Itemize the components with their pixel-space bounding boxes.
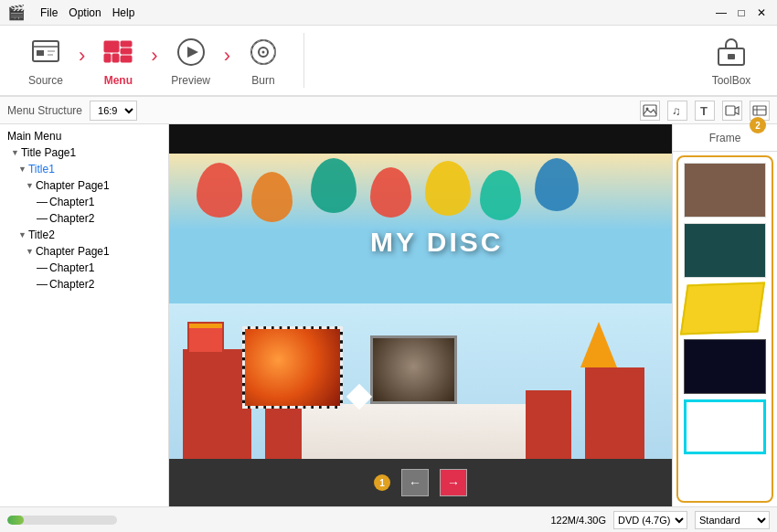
menu-structure-label: Menu Structure — [7, 104, 82, 117]
nav-badge: 1 — [374, 474, 390, 491]
main-toolbar: Source › Menu › Preview › — [0, 26, 777, 97]
progress-fill — [7, 516, 24, 525]
menu-icon — [100, 34, 136, 70]
quality-select[interactable]: Standard High Quality Custom — [695, 511, 770, 529]
svg-marker-12 — [187, 47, 198, 58]
burn-label: Burn — [251, 74, 274, 87]
app-icon: 🎬 — [7, 4, 26, 21]
tree-title2[interactable]: ▼ Title2 — [0, 227, 168, 243]
page-badge: 1 — [374, 474, 390, 491]
background: MY DISC — [169, 154, 672, 459]
source-icon — [27, 34, 64, 70]
toolbar-preview[interactable]: Preview — [154, 27, 228, 93]
svg-rect-18 — [728, 54, 735, 59]
next-button[interactable]: → — [440, 469, 467, 496]
disc-title: MY DISC — [370, 227, 503, 258]
menu-option[interactable]: Option — [69, 6, 101, 19]
bottom-bar: 1 ← → — [169, 459, 672, 506]
menu-label: Menu — [104, 74, 133, 87]
toolbar-separator — [303, 33, 304, 88]
canvas-area: MY DISC 1 ← → — [169, 124, 672, 506]
title-bar: 🎬 File Option Help — □ ✕ — [0, 0, 777, 26]
balloon-teal — [311, 158, 357, 213]
canvas-content[interactable]: MY DISC 1 ← → — [169, 124, 672, 506]
tree-chapter1-1[interactable]: — Chapter1 — [0, 194, 168, 210]
frame-lightblue[interactable] — [684, 399, 766, 454]
balloon-orange — [251, 172, 293, 222]
image-icon-btn[interactable] — [640, 101, 660, 121]
preview-label: Preview — [171, 74, 210, 87]
sub-toolbar: Menu Structure 16:9 4:3 ♫ T — [0, 97, 777, 124]
svg-rect-2 — [37, 50, 44, 56]
maximize-button[interactable]: □ — [733, 5, 750, 21]
svg-rect-10 — [121, 56, 132, 62]
photo-frame-2[interactable] — [370, 335, 457, 404]
music-icon-btn[interactable]: ♫ — [667, 101, 687, 121]
frame-brown[interactable] — [684, 163, 766, 218]
gift-box — [187, 322, 224, 354]
balloon-red — [197, 163, 242, 218]
box-left — [183, 349, 251, 459]
toolbox-icon — [713, 34, 750, 70]
frame-teal[interactable] — [684, 223, 766, 278]
svg-point-15 — [261, 51, 264, 54]
window-controls: — □ ✕ — [713, 5, 770, 21]
tree-title1[interactable]: ▼ Title1 — [0, 161, 168, 177]
frame-yellow[interactable] — [680, 282, 765, 335]
toolbar-menu[interactable]: Menu — [81, 27, 154, 93]
toolbox-content — [676, 155, 773, 503]
progress-bar — [7, 516, 117, 525]
frame-dark[interactable] — [684, 339, 766, 394]
tree-chapter2-1[interactable]: — Chapter2 — [0, 210, 168, 227]
center-platform — [302, 404, 544, 459]
toolbox-frame-label: Frame — [709, 132, 741, 144]
disc-scene: MY DISC 1 ← → — [169, 124, 672, 506]
svg-rect-24 — [753, 106, 766, 115]
source-label: Source — [28, 74, 63, 87]
svg-rect-8 — [121, 41, 132, 47]
minimize-button[interactable]: — — [713, 5, 729, 21]
svg-rect-5 — [104, 41, 119, 52]
photo-frame-1[interactable] — [242, 326, 343, 409]
stage-area — [169, 303, 672, 459]
tree-chapter-page1-1[interactable]: ▼ Chapter Page1 — [0, 177, 168, 194]
toolbar-burn[interactable]: Burn — [227, 27, 300, 93]
title-bar-left: 🎬 File Option Help — [7, 4, 134, 21]
tree-panel: Main Menu ▼ Title Page1 ▼ Title1 ▼ Chapt… — [0, 124, 169, 506]
prev-button[interactable]: ← — [401, 469, 429, 496]
nav-controls: 1 ← → — [374, 469, 467, 496]
status-bar: 122M/4.30G DVD (4.7G) Blu-ray 25G Standa… — [0, 506, 777, 532]
toolbar-source[interactable]: Source — [9, 27, 82, 93]
tree-chapter2-2[interactable]: — Chapter2 — [0, 276, 168, 293]
svg-rect-7 — [112, 54, 119, 62]
menu-bar: File Option Help — [40, 6, 134, 19]
tree-chapter-page1-2[interactable]: ▼ Chapter Page1 — [0, 243, 168, 260]
burn-icon — [245, 34, 282, 70]
black-bar-top — [169, 124, 672, 154]
toolbox-panel: 2 Frame — [672, 124, 777, 506]
main-area: Main Menu ▼ Title Page1 ▼ Title1 ▼ Chapt… — [0, 124, 777, 506]
tree-title-page1[interactable]: ▼ Title Page1 — [0, 144, 168, 161]
toolbar-toolbox[interactable]: ToolBox — [695, 27, 768, 93]
text-icon-btn[interactable]: T — [695, 101, 715, 121]
menu-file[interactable]: File — [40, 6, 58, 19]
cone-hat — [580, 322, 617, 367]
toolbox-header: 2 Frame — [673, 124, 777, 152]
tree-main-menu[interactable]: Main Menu — [0, 128, 168, 144]
close-button[interactable]: ✕ — [753, 5, 770, 21]
disc-type-select[interactable]: DVD (4.7G) Blu-ray 25G — [613, 511, 687, 529]
toolbox-badge: 2 — [750, 117, 766, 133]
aspect-ratio-select[interactable]: 16:9 4:3 — [90, 101, 137, 121]
balloon-red2 — [370, 167, 411, 218]
toolbox-label: ToolBox — [712, 74, 751, 87]
svg-text:♫: ♫ — [672, 104, 681, 118]
tree-chapter1-2[interactable]: — Chapter1 — [0, 260, 168, 276]
svg-rect-9 — [121, 48, 132, 54]
balloon-yellow — [425, 161, 471, 216]
svg-rect-6 — [104, 54, 111, 62]
file-size: 122M/4.30G — [550, 515, 606, 526]
balloon-teal2 — [480, 170, 521, 220]
box-right2 — [526, 390, 571, 459]
menu-help[interactable]: Help — [112, 6, 135, 19]
video-icon-btn[interactable] — [722, 101, 742, 121]
